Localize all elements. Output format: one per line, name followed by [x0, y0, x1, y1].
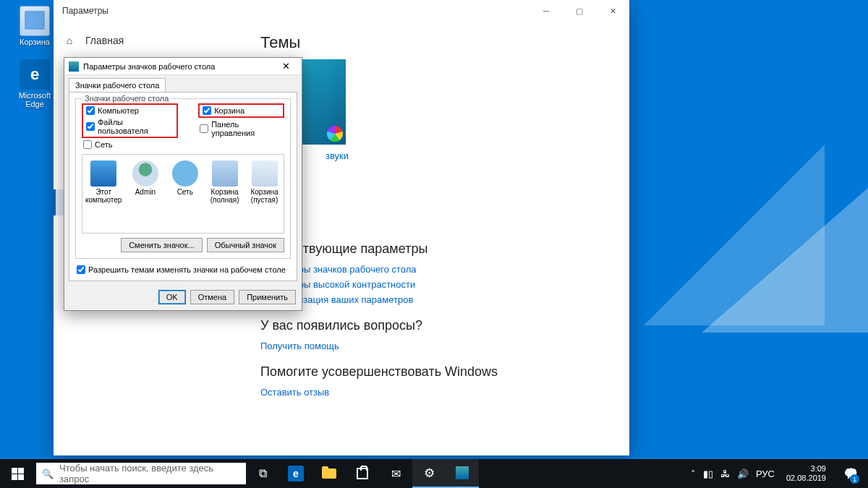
- link-high-contrast[interactable]: Параметры высокой контрастности: [260, 279, 610, 290]
- window-title: Параметры: [62, 6, 109, 16]
- wallpaper-light: [637, 145, 868, 333]
- checkbox-recyclebin[interactable]: Корзина: [201, 106, 246, 116]
- dialog-close-button[interactable]: ✕: [274, 61, 297, 72]
- improve-heading: Помогите усовершенствовать Windows: [260, 364, 610, 380]
- cancel-button[interactable]: Отмена: [190, 290, 234, 304]
- checkbox-controlpanel[interactable]: Панель управления: [198, 119, 284, 138]
- taskbar-store[interactable]: [346, 459, 379, 488]
- related-heading: Сопутствующие параметры: [260, 241, 610, 257]
- taskbar-explorer[interactable]: [312, 459, 346, 488]
- tray-language[interactable]: РУС: [756, 468, 775, 479]
- icon-this-pc[interactable]: Этоткомпьютер: [85, 160, 122, 204]
- desktop-icon-settings-dialog: Параметры значков рабочего стола ✕ Значк…: [64, 57, 302, 311]
- change-icon-button[interactable]: Сменить значок...: [121, 238, 203, 252]
- icon-preview-list: Этоткомпьютер Admin Сеть Корзина(полная)…: [82, 154, 284, 234]
- tray-clock[interactable]: 3:09 02.08.2019: [782, 464, 830, 483]
- task-view-button[interactable]: ⧉: [246, 459, 279, 488]
- search-placeholder: Чтобы начать поиск, введите здесь запрос: [59, 463, 240, 484]
- desktop-icons-group: Значки рабочего стола Компьютер Файлы по…: [75, 98, 291, 259]
- edge-icon: e: [20, 59, 50, 90]
- dialog-titlebar[interactable]: Параметры значков рабочего стола ✕: [64, 58, 302, 75]
- checkbox-computer[interactable]: Компьютер: [85, 106, 175, 116]
- page-title: Темы: [260, 33, 610, 52]
- home-icon: ⌂: [64, 35, 75, 46]
- icon-admin[interactable]: Admin: [129, 160, 161, 204]
- checkbox-network[interactable]: Сеть: [82, 140, 178, 150]
- question-heading: У вас появились вопросы?: [260, 318, 610, 333]
- network-icon: [172, 160, 198, 187]
- edge-icon: e: [288, 466, 304, 481]
- maximize-button[interactable]: ▢: [563, 0, 596, 22]
- taskbar-search[interactable]: 🔍 Чтобы начать поиск, введите здесь запр…: [36, 463, 246, 484]
- window-titlebar[interactable]: Параметры ─ ▢ ✕: [54, 0, 629, 22]
- dialog-title: Параметры значков рабочего стола: [83, 62, 215, 71]
- computer-icon: [90, 160, 116, 187]
- link-sync[interactable]: Синхронизация ваших параметров: [260, 294, 610, 305]
- system-tray: ˄ ▮▯ 🖧 🔊 РУС 3:09 02.08.2019 1: [691, 459, 868, 488]
- recycle-bin-empty-icon: [252, 160, 278, 187]
- tray-date: 02.08.2019: [786, 474, 826, 483]
- search-icon: 🔍: [42, 468, 54, 479]
- default-icon-button[interactable]: Обычный значок: [207, 238, 284, 252]
- icon-network[interactable]: Сеть: [169, 160, 201, 204]
- apply-button[interactable]: Применить: [239, 290, 296, 304]
- icon-bin-empty[interactable]: Корзина(пустая): [248, 160, 281, 204]
- ok-button[interactable]: OK: [158, 290, 186, 304]
- notification-badge: 1: [850, 474, 859, 484]
- store-icon: [357, 468, 368, 479]
- desktop-icon-edge[interactable]: e Microsoft Edge: [12, 59, 58, 108]
- checkbox-userfiles[interactable]: Файлы пользователя: [85, 117, 175, 136]
- tray-battery-icon[interactable]: ▮▯: [703, 468, 713, 479]
- link-feedback[interactable]: Оставить отзыв: [260, 387, 610, 398]
- theme-sounds-label: звуки: [326, 150, 349, 161]
- desktop-icon-recycle-bin[interactable]: Корзина: [12, 6, 58, 46]
- tray-time: 3:09: [786, 464, 826, 474]
- taskbar-dialog[interactable]: [446, 459, 479, 488]
- tab-desktop-icons[interactable]: Значки рабочего стола: [69, 78, 166, 92]
- windows-icon: [12, 468, 24, 480]
- tray-chevron-up-icon[interactable]: ˄: [691, 468, 696, 479]
- checkbox-allow-themes[interactable]: Разрешить темам изменять значки на рабоч…: [75, 265, 291, 275]
- folder-icon: [322, 468, 336, 479]
- desktop-icon-label: Корзина: [12, 38, 58, 46]
- taskbar: 🔍 Чтобы начать поиск, введите здесь запр…: [0, 459, 868, 488]
- highlight-box: Компьютер Файлы пользователя: [82, 103, 178, 138]
- minimize-button[interactable]: ─: [529, 0, 563, 22]
- dialog-icon: [69, 61, 79, 72]
- taskbar-mail[interactable]: ✉: [379, 459, 412, 488]
- recycle-bin-full-icon: [212, 160, 238, 187]
- start-button[interactable]: [0, 459, 35, 488]
- desktop-icon-label: Microsoft Edge: [12, 91, 58, 108]
- link-help[interactable]: Получить помощь: [260, 341, 610, 351]
- taskbar-edge[interactable]: e: [279, 459, 312, 488]
- taskbar-settings[interactable]: [412, 459, 446, 488]
- recycle-bin-icon: [20, 6, 50, 36]
- dialog-tabs: Значки рабочего стола: [64, 75, 302, 92]
- close-button[interactable]: ✕: [596, 0, 629, 22]
- link-desktop-icons[interactable]: Параметры значков рабочего стола: [260, 264, 610, 275]
- tray-volume-icon[interactable]: 🔊: [737, 468, 749, 479]
- group-legend: Значки рабочего стола: [82, 94, 171, 103]
- dialog-icon: [456, 466, 469, 479]
- user-icon: [132, 160, 158, 187]
- highlight-box: Корзина: [198, 103, 284, 118]
- tray-network-icon[interactable]: 🖧: [720, 468, 730, 479]
- sidebar-home[interactable]: ⌂ Главная: [54, 27, 241, 53]
- mail-icon: ✉: [391, 467, 401, 481]
- tray-notifications[interactable]: 1: [838, 459, 864, 488]
- icon-bin-full[interactable]: Корзина(полная): [208, 160, 241, 204]
